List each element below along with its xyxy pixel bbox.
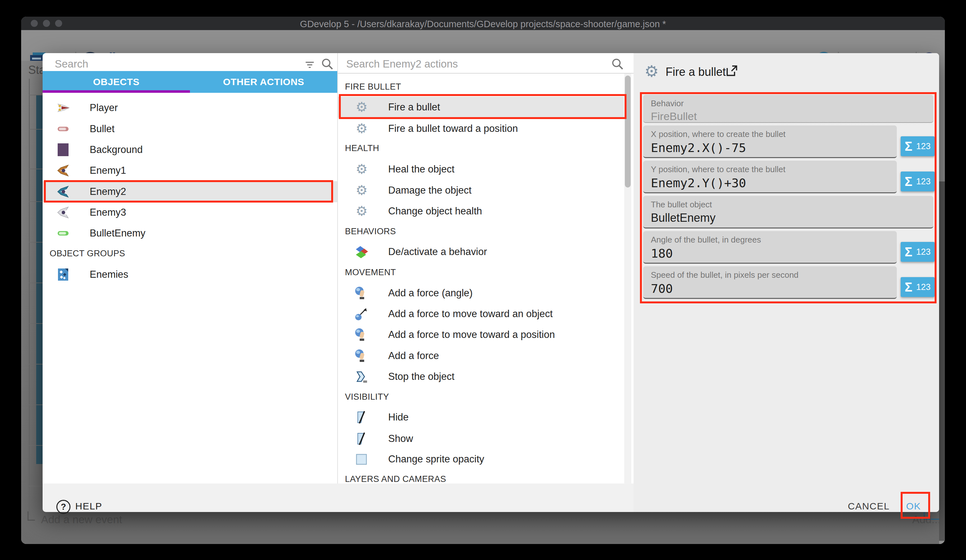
expression-builder-button[interactable]: Σ 123: [901, 242, 935, 262]
enemy3-ship-icon: [56, 205, 70, 219]
event-divider: [29, 201, 44, 202]
section-header: MOVEMENT: [345, 267, 396, 277]
events-scrollbar-thumb[interactable]: [939, 182, 945, 541]
action-row[interactable]: Show: [338, 428, 634, 449]
object-label: Bullet: [90, 123, 115, 135]
external-link-icon[interactable]: [724, 63, 739, 78]
tab-other-actions[interactable]: OTHER ACTIONS: [190, 71, 337, 93]
numeric-badge: 123: [916, 177, 930, 186]
group-row-enemies[interactable]: Enemies: [43, 264, 337, 285]
sprite-opacity-icon: [355, 452, 369, 466]
add-force-icon: [355, 349, 369, 363]
enemies-group-icon: [56, 267, 70, 282]
expression-builder-button[interactable]: Σ 123: [901, 172, 935, 192]
parameters-panel: ⚙ Fire a bullet Behavior FireBullet X po…: [634, 53, 939, 512]
action-row[interactable]: Add a force to move toward an object: [338, 303, 634, 324]
search-divider: [338, 73, 634, 74]
object-row-enemy3[interactable]: Enemy3: [43, 202, 337, 223]
event-divider: [29, 404, 44, 405]
bullet-icon: [56, 122, 70, 136]
action-row[interactable]: ⚙ Change object health: [338, 201, 634, 222]
ok-button[interactable]: OK: [904, 501, 923, 512]
angle-field[interactable]: Angle of the bullet, in degrees 180: [643, 231, 897, 264]
action-row[interactable]: Hide: [338, 407, 634, 428]
field-label: Angle of the bullet, in degrees: [651, 235, 761, 245]
action-row[interactable]: Add a force: [338, 345, 634, 367]
cancel-button[interactable]: CANCEL: [846, 501, 892, 512]
field-label: Speed of the bullet, in pixels per secon…: [651, 270, 798, 280]
action-row[interactable]: ⚙ Damage the object: [338, 180, 634, 201]
action-label: Hide: [388, 411, 409, 423]
filter-icon[interactable]: [304, 58, 316, 70]
action-row[interactable]: Add a force (angle): [338, 283, 634, 304]
action-label: Add a force to move toward a position: [388, 329, 555, 341]
numeric-badge: 123: [916, 248, 930, 256]
object-label: Background: [90, 144, 143, 156]
search-icon[interactable]: [320, 57, 334, 71]
action-row[interactable]: ⚙ Heal the object: [338, 159, 634, 180]
add-force-icon: [355, 286, 369, 300]
action-label: Change object health: [388, 205, 482, 217]
speed-field[interactable]: Speed of the bullet, in pixels per secon…: [643, 266, 897, 299]
field-label: Y position, where to create the bullet: [651, 164, 785, 174]
search-icon[interactable]: [611, 57, 624, 71]
force-toward-position-icon: [355, 327, 369, 342]
show-icon: [355, 432, 369, 446]
object-search-input[interactable]: [54, 56, 299, 72]
action-label: Fire a bullet: [388, 102, 440, 113]
x-position-field[interactable]: X position, where to create the bullet E…: [643, 125, 897, 158]
enemy2-ship-icon: [56, 185, 70, 199]
action-label: De/activate a behavior: [388, 246, 487, 258]
object-row-player[interactable]: Player: [43, 97, 337, 118]
section-header: LAYERS AND CAMERAS: [345, 474, 446, 483]
action-label: Add a force: [388, 350, 439, 362]
hide-icon: [355, 410, 369, 424]
object-row-bulletenemy[interactable]: BulletEnemy: [43, 223, 337, 244]
tab-objects[interactable]: OBJECTS: [43, 71, 190, 93]
action-row[interactable]: Add a force to move toward a position: [338, 324, 634, 345]
object-label: Player: [90, 102, 118, 114]
expression-builder-button[interactable]: Σ 123: [901, 277, 935, 297]
gear-action-icon: ⚙: [355, 183, 369, 197]
bullet-object-field[interactable]: The bullet object BulletEnemy: [643, 196, 933, 228]
event-divider: [29, 169, 44, 169]
behavior-icon: [355, 245, 369, 259]
object-row-enemy2-selected[interactable]: Enemy2: [43, 181, 337, 202]
add-action-link[interactable]: Add...: [912, 513, 941, 526]
action-label: Heal the object: [388, 164, 455, 175]
field-label: Behavior: [651, 98, 684, 108]
field-label: X position, where to create the bullet: [651, 129, 786, 139]
action-editor-dialog: OBJECTS OTHER ACTIONS Player Bullet: [43, 53, 939, 512]
actions-column: FIRE BULLET ⚙ Fire a bullet ⚙ Fire a bul…: [338, 53, 634, 483]
object-row-background[interactable]: Background: [43, 139, 337, 160]
action-row[interactable]: De/activate a behavior: [338, 241, 634, 262]
object-row-enemy1[interactable]: Enemy1: [43, 160, 337, 181]
object-row-bullet[interactable]: Bullet: [43, 118, 337, 139]
add-new-event-link[interactable]: Add a new event: [41, 513, 122, 526]
sigma-icon: Σ: [905, 175, 912, 188]
object-groups-header: OBJECT GROUPS: [50, 249, 125, 259]
action-search-input[interactable]: [346, 56, 600, 72]
event-divider: [29, 95, 44, 95]
action-row[interactable]: ⚙ Fire a bullet toward a position: [338, 118, 634, 139]
numeric-badge: 123: [916, 283, 930, 291]
group-label: Enemies: [90, 269, 128, 280]
enemy1-ship-icon: [56, 164, 70, 178]
object-tabs: OBJECTS OTHER ACTIONS: [43, 71, 337, 93]
help-icon[interactable]: [56, 500, 71, 514]
event-divider: [29, 445, 44, 446]
object-label: Enemy2: [90, 186, 126, 197]
action-row[interactable]: Stop the object: [338, 366, 634, 387]
action-label: Change sprite opacity: [388, 454, 484, 465]
section-header: FIRE BULLET: [345, 82, 401, 92]
player-ship-icon: [56, 101, 70, 115]
y-position-field[interactable]: Y position, where to create the bullet E…: [643, 160, 897, 193]
action-label: Damage the object: [388, 185, 472, 196]
expression-builder-button[interactable]: Σ 123: [901, 136, 935, 156]
help-button[interactable]: HELP: [73, 501, 104, 512]
gear-action-icon: ⚙: [355, 204, 369, 218]
tree-elbow-line: [28, 511, 35, 521]
action-row[interactable]: Change sprite opacity: [338, 449, 634, 470]
field-value: FireBullet: [651, 110, 697, 123]
action-row-fire-a-bullet-selected[interactable]: ⚙ Fire a bullet: [338, 97, 624, 118]
